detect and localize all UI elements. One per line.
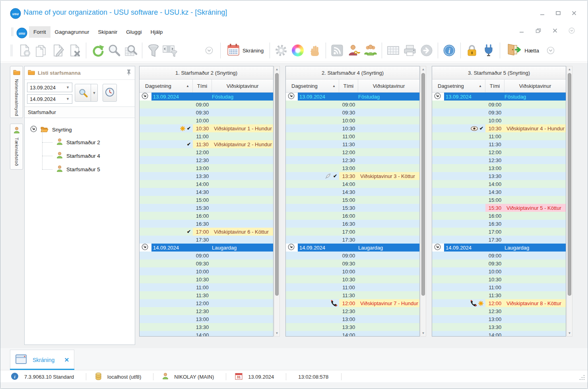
date-group-row[interactable]: 14.09.2024 Laugardag (286, 244, 419, 252)
timeslot-row[interactable]: 13:00 (140, 315, 273, 323)
edit-document-button[interactable] (50, 42, 66, 59)
user-access-button[interactable] (345, 42, 362, 59)
timeslot-row[interactable]: 17:00 (286, 228, 419, 236)
timeslot-row[interactable]: 12:00 (432, 148, 566, 156)
search-dropdown-arrow[interactable]: ▼ (91, 84, 97, 101)
toolbar-chevron-icon[interactable] (201, 42, 217, 59)
tab-skraning[interactable]: Skráning ✕ (10, 350, 74, 370)
timeslot-row[interactable]: 12:30 (286, 307, 419, 315)
panel-scrollbar[interactable]: ▲ ▼ (567, 66, 572, 337)
collapse-group-icon[interactable] (288, 93, 295, 101)
timeslot-row[interactable]: 16:00 (140, 212, 273, 220)
users-group-button[interactable] (362, 42, 379, 59)
collapse-group-icon[interactable] (142, 93, 148, 101)
timeslot-row[interactable]: 10:00 (432, 267, 566, 275)
timeslot-row[interactable]: 16:30 (286, 220, 419, 228)
new-document-button[interactable] (16, 42, 33, 59)
filter-columns-button[interactable] (162, 42, 179, 59)
timeslot-row[interactable]: 11:30 (432, 291, 566, 299)
timeslot-row[interactable]: 13:00 (286, 315, 419, 323)
collapse-icon[interactable] (30, 126, 37, 134)
timeslot-row[interactable]: 16:00 (432, 212, 566, 220)
maximize-button[interactable] (555, 10, 561, 16)
column-header-timi[interactable]: Tími (193, 79, 212, 92)
timeslot-row[interactable]: 14:00 (140, 180, 273, 188)
appointment-row[interactable]: 15:30 Viðskiptavinur 5 - Köttur (432, 204, 566, 212)
timeslot-row[interactable]: 14:00 (286, 331, 419, 336)
timeslot-row[interactable]: 10:00 (286, 267, 419, 275)
date-group-row[interactable]: 13.09.2024 Föstudag (432, 93, 566, 101)
timeslot-row[interactable]: 15:00 (140, 196, 273, 204)
scroll-down-icon[interactable]: ▼ (567, 330, 572, 336)
timeslot-row[interactable]: 12:30 (432, 156, 566, 164)
timeslot-row[interactable]: 11:30 (286, 140, 419, 148)
timeslot-row[interactable]: 10:00 (140, 116, 273, 124)
timeslot-row[interactable]: 10:00 (140, 267, 273, 275)
mdi-close-button[interactable] (552, 27, 558, 34)
column-header-dagsetning[interactable]: Dagsetning▲ (140, 79, 193, 92)
timeslot-row[interactable]: 11:00 (140, 283, 273, 291)
dropdown-arrow-icon[interactable]: ▼ (66, 97, 70, 101)
timeslot-row[interactable]: 11:30 (286, 291, 419, 299)
scroll-up-icon[interactable]: ▲ (567, 66, 572, 72)
timeslot-row[interactable]: 16:00 (286, 212, 419, 220)
collapse-group-icon[interactable] (288, 244, 295, 252)
delete-document-button[interactable] (66, 42, 83, 59)
appointment-row[interactable]: ✔ 17:00 Viðskiptavinur 6 - Köttur (140, 228, 273, 236)
timeslot-row[interactable]: 14:00 (140, 331, 273, 336)
search-button[interactable] (106, 42, 122, 59)
date-to-field[interactable]: 14.09.2024 ▼ (27, 94, 72, 104)
plug-button[interactable] (480, 42, 497, 59)
timeslot-row[interactable]: 11:30 (140, 291, 273, 299)
scroll-thumb[interactable] (275, 73, 279, 296)
menu-forrit[interactable]: Forrit (29, 26, 50, 38)
timeslot-row[interactable]: 14:00 (432, 331, 566, 336)
timeslot-row[interactable]: 11:00 (140, 132, 273, 140)
mdi-restore-button[interactable] (535, 27, 541, 34)
timeslot-row[interactable]: 13:30 (432, 172, 566, 180)
timeslot-row[interactable]: 09:30 (432, 259, 566, 267)
timeslot-row[interactable]: 09:30 (286, 259, 419, 267)
timeslot-row[interactable]: 09:00 (432, 252, 566, 259)
timeslot-row[interactable]: 13:30 (286, 323, 419, 331)
menu-gluggi[interactable]: Gluggi (122, 26, 146, 38)
scroll-down-icon[interactable]: ▼ (421, 330, 426, 336)
scroll-up-icon[interactable]: ▲ (274, 66, 279, 72)
timeslot-row[interactable]: 15:30 (286, 204, 419, 212)
tree-group-snyrting[interactable]: Snyrting (30, 124, 135, 135)
timeslot-row[interactable]: 10:00 (286, 116, 419, 124)
print-button[interactable] (402, 42, 418, 59)
timeslot-row[interactable]: 10:30 (432, 275, 566, 283)
timeslot-row[interactable]: 17:30 (140, 236, 273, 244)
timeslot-row[interactable]: 15:30 (140, 204, 273, 212)
timeslot-row[interactable]: 09:00 (286, 252, 419, 259)
timeslot-row[interactable]: 09:30 (140, 108, 273, 116)
timeslot-row[interactable]: 13:00 (432, 315, 566, 323)
timeslot-row[interactable]: 14:00 (432, 180, 566, 188)
scroll-thumb[interactable] (421, 73, 425, 296)
toolbar-drag-handle[interactable] (11, 45, 12, 56)
refresh-button[interactable] (89, 42, 106, 59)
menu-gagnagrunnur[interactable]: Gagnagrunnur (50, 26, 94, 38)
timeslot-row[interactable]: 10:30 (286, 124, 419, 132)
sidebar-clock-button[interactable] (103, 84, 117, 102)
timeslot-row[interactable]: 12:00 (140, 148, 273, 156)
timeslot-row[interactable]: 16:30 (432, 220, 566, 228)
date-group-row[interactable]: 13.09.2024 Föstudag (286, 93, 419, 101)
rss-feed-button[interactable] (329, 42, 345, 59)
timeslot-row[interactable]: 09:30 (140, 259, 273, 267)
timeslot-row[interactable]: 10:30 (140, 275, 273, 283)
scroll-thumb[interactable] (568, 73, 571, 296)
timeslot-row[interactable]: 12:30 (286, 156, 419, 164)
collapse-group-icon[interactable] (142, 244, 148, 252)
scroll-down-icon[interactable]: ▼ (274, 330, 279, 336)
pin-icon[interactable] (126, 69, 132, 77)
forward-button[interactable] (418, 42, 435, 59)
timeslot-row[interactable]: 13:30 (140, 172, 273, 180)
timeslot-row[interactable]: 13:00 (432, 164, 566, 172)
timeslot-row[interactable]: 12:00 (140, 299, 273, 307)
date-group-row[interactable]: 13.09.2024 Föstudag (140, 93, 273, 101)
timeslot-row[interactable]: 09:00 (432, 101, 566, 108)
search-grid-button[interactable] (122, 42, 139, 59)
timeslot-row[interactable]: 12:30 (140, 307, 273, 315)
